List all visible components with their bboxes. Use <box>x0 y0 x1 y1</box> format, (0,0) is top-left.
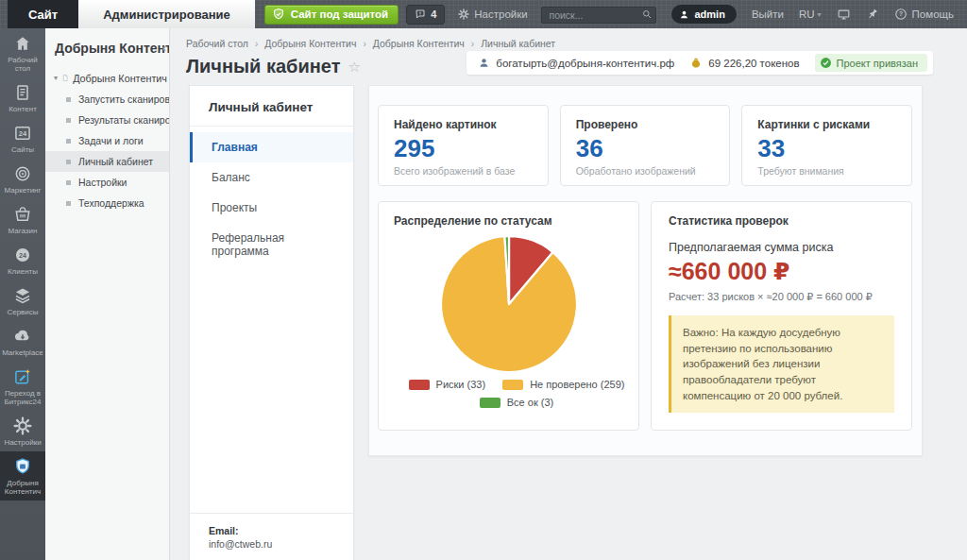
tree-item-scan[interactable]: Запустить сканирование <box>45 89 169 110</box>
risk-warning-note: Важно: На каждую досудебную претензию по… <box>669 315 894 413</box>
tree-item-results[interactable]: Результаты сканирования <box>45 110 169 130</box>
chevron-down-icon[interactable]: ▾ <box>54 74 58 82</box>
tree-item-label: Личный кабинет <box>78 156 153 167</box>
tree-item-cabinet[interactable]: Личный кабинет <box>45 151 169 172</box>
tree-item-label: Техподдержка <box>78 197 144 209</box>
rail-item-marketing[interactable]: Маркетинг <box>0 159 45 199</box>
tree-item-settings[interactable]: Настройки <box>45 172 169 193</box>
rail-item-sites[interactable]: Сайты <box>0 118 45 159</box>
rail-item-label: Переход в Битрикс24 <box>1 389 44 406</box>
tree-item-label: Запустить сканирование <box>78 93 169 105</box>
email-label: Email: <box>209 525 334 536</box>
stat-card-title: Найдено картинок <box>394 118 533 131</box>
account-email[interactable]: богатырть@добрыня-контентич.рф <box>478 57 674 69</box>
content-icon <box>13 83 32 102</box>
rail-item-desktop[interactable]: Рабочий стол <box>0 28 45 77</box>
logout-link[interactable]: Выйти <box>752 8 784 20</box>
home-icon <box>13 34 32 53</box>
cabinet-menu-referral[interactable]: Реферальная программа <box>190 223 353 266</box>
legend-swatch <box>502 380 523 390</box>
account-email-value: богатырть@добрыня-контентич.рф <box>496 58 674 69</box>
project-status-label: Проект привязан <box>837 58 918 69</box>
search-input[interactable] <box>541 7 656 24</box>
search-icon[interactable] <box>641 8 653 20</box>
stat-card-subtitle: Требуют внимания <box>757 165 896 177</box>
clients-icon <box>13 246 32 264</box>
topbar-settings-label: Настройки <box>474 8 527 20</box>
legend-item: Не проверено (259) <box>502 379 624 390</box>
tab-administration[interactable]: Администрирование <box>78 0 255 28</box>
risk-amount: ≈660 000 ₽ <box>669 260 894 283</box>
rail-item-shop[interactable]: Магазин <box>0 199 45 240</box>
breadcrumb-item[interactable]: Добрыня Контентич <box>373 38 465 49</box>
notifications-count: 4 <box>431 8 436 20</box>
legend-label: Не проверено (259) <box>530 379 624 390</box>
stat-card-checked: Проверено 36 Обработано изображений <box>560 105 731 186</box>
rail-item-content[interactable]: Контент <box>0 77 45 118</box>
rail-item-label: Настройки <box>4 438 41 447</box>
cabinet-title: Личный кабинет <box>190 86 353 127</box>
stat-card-title: Картинки с рисками <box>757 118 896 131</box>
chevron-down-icon: ▾ <box>818 10 822 19</box>
rail-item-label: Контент <box>8 105 37 113</box>
rail-item-bitrix24[interactable]: Переход в Битрикс24 <box>0 362 45 411</box>
cabinet-menu-projects[interactable]: Проекты <box>190 193 353 223</box>
stats-cards-row: Найдено картинок 295 Всего изображений в… <box>378 105 912 186</box>
risk-calculation: Расчет: 33 рисков × ≈20 000 ₽ = 660 000 … <box>669 291 894 303</box>
rail-item-marketplace[interactable]: Marketplace <box>0 321 45 362</box>
tree-item-label: Задачи и логи <box>78 135 144 146</box>
tree-item-tasks[interactable]: Задачи и логи <box>45 130 169 151</box>
stat-card-value: 295 <box>394 136 533 161</box>
breadcrumb-separator-icon: › <box>255 39 258 49</box>
project-status-badge[interactable]: Проект привязан <box>815 54 927 72</box>
cabinet-menu-balance[interactable]: Баланс <box>190 162 353 193</box>
tab-site[interactable]: Сайт <box>8 0 78 28</box>
rail-item-label: Сервисы <box>7 308 38 316</box>
module-title-row: Добрыня Контентич ‹ <box>45 28 169 67</box>
language-selector[interactable]: RU ▾ <box>799 8 822 20</box>
tree-root-item[interactable]: ▾ Добрыня Контентич <box>45 67 169 89</box>
status-pie <box>438 233 580 375</box>
bullet-icon <box>66 118 71 123</box>
user-icon <box>478 57 490 69</box>
shop-icon <box>13 205 32 224</box>
rail-item-dobrynya[interactable]: Добрыня Контентич <box>0 451 45 501</box>
module-title: Добрыня Контентич <box>55 41 170 56</box>
star-icon[interactable]: ☆ <box>348 59 360 76</box>
charts-row: Распределение по статусам Риски (33)Не п… <box>378 201 912 431</box>
breadcrumb-item[interactable]: Личный кабинет <box>481 38 555 49</box>
user-menu-button[interactable]: admin <box>671 5 736 24</box>
breadcrumb-item[interactable]: Добрыня Контентич <box>264 38 356 49</box>
admin-screen: Сайт Администрирование Сайт под защитой … <box>0 0 967 560</box>
stat-card-subtitle: Всего изображений в базе <box>394 165 533 177</box>
breadcrumb-item[interactable]: Рабочий стол <box>186 38 248 49</box>
chevron-left-icon[interactable]: ‹ <box>162 41 166 55</box>
status-pie-card: Распределение по статусам Риски (33)Не п… <box>378 201 639 431</box>
tokens-icon <box>689 57 703 70</box>
breadcrumb: Рабочий стол › Добрыня Контентич › Добры… <box>170 28 967 49</box>
notifications-badge[interactable]: 4 <box>406 5 445 25</box>
help-button[interactable]: Помощь <box>894 8 954 21</box>
topbar-settings-button[interactable]: Настройки <box>458 8 527 20</box>
language-label: RU <box>799 8 815 20</box>
rail-item-label: Рабочий стол <box>1 56 44 73</box>
pie-legend: Риски (33)Не проверено (259)Все ок (3) <box>394 379 639 408</box>
rail-item-services[interactable]: Сервисы <box>0 280 45 321</box>
risk-label: Предполагаемая сумма риска <box>669 241 894 254</box>
tree-item-support[interactable]: Техподдержка <box>45 193 169 213</box>
cabinet-menu-main[interactable]: Главная <box>190 132 353 162</box>
rail-item-settings[interactable]: Настройки <box>0 411 45 451</box>
rail-item-clients[interactable]: Клиенты <box>0 240 45 280</box>
cabinet-menu: Главная Баланс Проекты Реферальная прогр… <box>190 127 353 266</box>
account-tokens[interactable]: 69 226,20 токенов <box>689 57 799 70</box>
pin-icon[interactable] <box>866 8 879 21</box>
gear-icon <box>13 416 32 435</box>
shield-check-icon <box>272 8 285 21</box>
help-icon <box>894 8 908 21</box>
bullet-icon <box>66 180 71 185</box>
monitor-icon[interactable] <box>837 8 851 22</box>
site-protected-button[interactable]: Сайт под защитой <box>264 5 399 25</box>
legend-label: Все ок (3) <box>507 397 553 408</box>
cabinet-panel: Личный кабинет Главная Баланс Проекты Ре… <box>189 85 354 560</box>
topbar-right: admin Выйти RU ▾ Помощь <box>541 5 967 24</box>
